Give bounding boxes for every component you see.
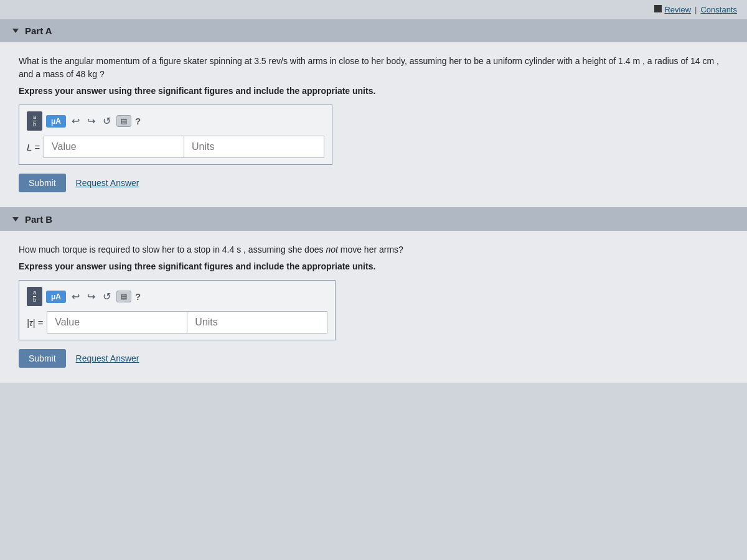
- part-a-instruction: Express your answer using three signific…: [19, 86, 728, 96]
- undo-button-a[interactable]: ↩: [70, 114, 82, 128]
- redo-button-b[interactable]: ↪: [85, 289, 97, 304]
- part-b-submit-button[interactable]: Submit: [19, 349, 66, 368]
- part-b-value-input[interactable]: [47, 311, 187, 334]
- part-b-units-input[interactable]: [187, 311, 327, 334]
- part-b-toolbar: a b μA ↩ ↪ ↺ ▤ ?: [27, 287, 327, 306]
- separator: |: [695, 5, 697, 14]
- undo-button-b[interactable]: ↩: [70, 289, 82, 304]
- help-button-a[interactable]: ?: [135, 116, 141, 126]
- part-b-answer-box: a b μA ↩ ↪ ↺ ▤ ? |τ| =: [19, 280, 336, 340]
- part-a-actions: Submit Request Answer: [19, 174, 728, 192]
- part-a-value-input[interactable]: [44, 136, 184, 158]
- frac-top-b: a: [33, 290, 36, 297]
- fraction-icon-b: a b: [30, 289, 39, 304]
- collapse-icon-b[interactable]: [12, 217, 19, 222]
- part-b-label: Part B: [25, 214, 52, 225]
- record-icon: [654, 5, 662, 12]
- part-b-content: How much torque is required to slow her …: [0, 231, 747, 383]
- part-a-answer-box: a b μA ↩ ↪ ↺ ▤ ? L =: [19, 105, 332, 165]
- part-a-question: What is the angular momentum of a figure…: [19, 55, 728, 81]
- part-b-header[interactable]: Part B: [0, 208, 747, 231]
- part-b-input-row: |τ| =: [27, 311, 327, 334]
- collapse-icon-a[interactable]: [12, 29, 19, 33]
- mu-button-a[interactable]: μA: [46, 115, 66, 128]
- reset-button-b[interactable]: ↺: [101, 289, 113, 304]
- part-b-italic: not: [326, 245, 337, 254]
- part-a-units-input[interactable]: [184, 136, 324, 158]
- part-b-actions: Submit Request Answer: [19, 349, 728, 368]
- fraction-button-b[interactable]: a b: [27, 287, 42, 306]
- part-b-question: How much torque is required to slow her …: [19, 243, 728, 256]
- frac-bot-b: b: [33, 297, 36, 303]
- reset-button-a[interactable]: ↺: [101, 114, 113, 128]
- top-bar: Review | Constants: [0, 0, 747, 19]
- frac-top-a: a: [33, 114, 36, 121]
- part-a-toolbar: a b μA ↩ ↪ ↺ ▤ ?: [27, 111, 324, 131]
- part-a-header[interactable]: Part A: [0, 19, 747, 42]
- part-a-request-answer-button[interactable]: Request Answer: [76, 178, 139, 188]
- part-b-instruction: Express your answer using three signific…: [19, 261, 728, 271]
- part-b-input-label: |τ| =: [27, 317, 43, 328]
- part-a-label: Part A: [25, 26, 52, 36]
- frac-bot-a: b: [33, 121, 36, 128]
- constants-link[interactable]: Constants: [700, 5, 737, 14]
- keyboard-button-b[interactable]: ▤: [116, 291, 131, 302]
- review-link[interactable]: Review: [664, 5, 691, 14]
- part-b-request-answer-button[interactable]: Request Answer: [76, 353, 139, 363]
- redo-button-a[interactable]: ↪: [85, 114, 97, 128]
- keyboard-button-a[interactable]: ▤: [116, 115, 131, 127]
- mu-button-b[interactable]: μA: [46, 291, 66, 303]
- part-a-submit-button[interactable]: Submit: [19, 174, 66, 192]
- fraction-button-a[interactable]: a b: [27, 111, 42, 131]
- part-a-input-row: L =: [27, 136, 324, 158]
- part-a-content: What is the angular momentum of a figure…: [0, 42, 747, 207]
- fraction-icon-a: a b: [30, 113, 39, 129]
- part-a-input-label: L =: [27, 142, 40, 152]
- help-button-b[interactable]: ?: [135, 291, 141, 302]
